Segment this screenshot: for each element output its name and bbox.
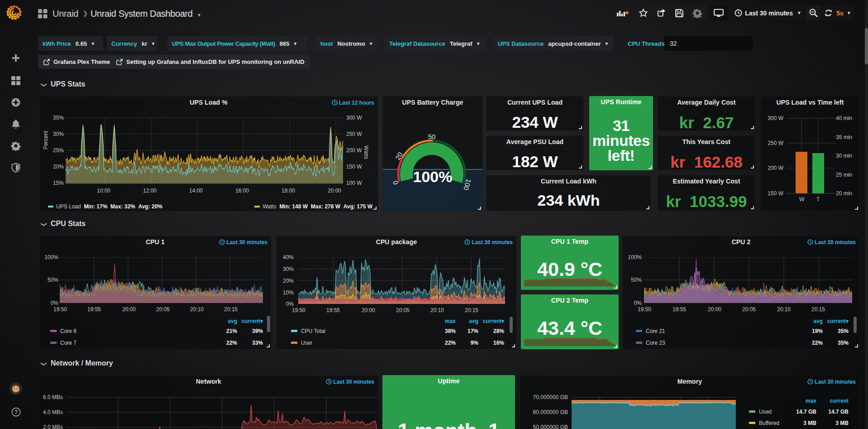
svg-text:?: ?	[14, 409, 18, 415]
svg-text:50: 50	[428, 133, 436, 140]
